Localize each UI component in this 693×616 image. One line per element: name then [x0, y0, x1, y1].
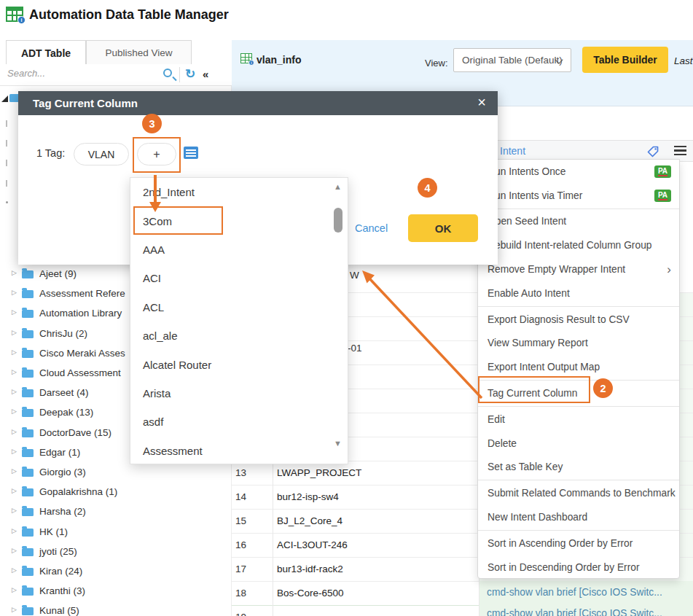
search-input[interactable] [7, 68, 153, 79]
menu-item-label: Submit Related Commands to Benchmark [488, 488, 676, 499]
menu-item-remove-empty-wrapper-intent[interactable]: Remove Empty Wrapper Intent › [478, 257, 679, 281]
tree-fragment [6, 140, 7, 147]
sidebar-item-gopalakrishna[interactable]: ▷Gopalakrishna (1) [0, 485, 232, 501]
menu-item-rebuild-column-group[interactable]: Rebuild Intent-related Column Group [478, 233, 679, 257]
caret-icon[interactable]: ▷ [12, 547, 17, 554]
dropdown-item-acl-ale[interactable]: acl_ale [130, 321, 348, 350]
intent-link-cell[interactable]: cmd-show vlan brief [Cisco IOS Switc... [479, 605, 693, 616]
tag-list-icon[interactable] [184, 147, 198, 159]
dropdown-item-assessment[interactable]: Assessment [130, 437, 348, 465]
menu-separator [478, 306, 679, 307]
tag-icon[interactable] [646, 145, 659, 158]
table-cell-device[interactable]: LWAPP_PROJECT [277, 467, 361, 478]
dropdown-item-acl[interactable]: ACL [130, 293, 348, 321]
table-cell-device[interactable]: bur12-isp-sw4 [277, 491, 339, 502]
scroll-down-icon[interactable]: ▼ [334, 439, 342, 448]
menu-item-open-seed-intent[interactable]: Open Seed Intent [478, 210, 679, 234]
dropdown-item-2nd-intent[interactable]: 2nd_Intent [130, 178, 348, 206]
table-builder-button[interactable]: Table Builder [582, 47, 668, 73]
menu-item-submit-related-commands[interactable]: Submit Related Commands to Benchmark [478, 481, 679, 505]
tab-adt-table[interactable]: ADT Table [6, 40, 86, 65]
sidebar-item-harsha[interactable]: ▷Harsha (2) [0, 504, 232, 521]
annotation-box-add-button [133, 137, 181, 173]
caret-icon[interactable]: ▷ [12, 408, 17, 415]
table-name: vlan_info [257, 54, 301, 66]
clipped-cell-text: W [350, 270, 359, 281]
sidebar-item-kranthi[interactable]: ▷Kranthi (3) [0, 584, 232, 600]
search-icon[interactable] [163, 69, 172, 77]
tab-published-view[interactable]: Published View [86, 40, 192, 65]
caret-icon[interactable]: ▷ [12, 566, 17, 574]
caret-icon[interactable]: ▷ [12, 527, 17, 534]
table-cell-device[interactable]: Bos-Core-6500 [277, 588, 344, 599]
sidebar-item-kiran[interactable]: ▷Kiran (24) [0, 564, 232, 580]
ok-button[interactable]: OK [408, 214, 478, 242]
caret-icon[interactable]: ▷ [12, 487, 17, 494]
sidebar-item-label: Kunal (5) [39, 605, 79, 616]
folder-icon [22, 529, 34, 537]
dropdown-item-asdf[interactable]: asdf [130, 408, 348, 436]
dialog-header[interactable]: Tag Current Column × [18, 91, 498, 115]
sidebar-item-label: Harsha (2) [39, 506, 86, 517]
caret-icon[interactable]: ▷ [12, 269, 17, 276]
dialog-title: Tag Current Column [33, 97, 138, 109]
cancel-button[interactable]: Cancel [355, 222, 388, 234]
caret-icon[interactable]: ▷ [12, 428, 17, 435]
collapse-sidebar-icon[interactable]: « [203, 68, 208, 80]
view-label: View: [425, 58, 448, 69]
view-select[interactable]: Original Table (Default) [453, 48, 571, 72]
column-context-menu: Run Intents Once PA Run Intents via Time… [477, 159, 680, 579]
table-cell-device[interactable]: ACI-L3OUT-246 [277, 539, 348, 550]
menu-item-edit[interactable]: Edit [478, 408, 679, 432]
menu-item-sort-descending-error[interactable]: Sort in Descending Order by Error [478, 555, 679, 579]
menu-item-set-as-table-key[interactable]: Set as Table Key [478, 456, 679, 480]
menu-item-run-intents-once[interactable]: Run Intents Once PA [478, 160, 679, 184]
caret-icon[interactable]: ▷ [12, 308, 17, 316]
dropdown-item-arista[interactable]: Arista [130, 379, 348, 408]
folder-icon [22, 350, 34, 358]
menu-item-sort-ascending-error[interactable]: Sort in Ascending Order by Error [478, 531, 679, 555]
caret-icon[interactable]: ▷ [12, 368, 17, 375]
sidebar-item-hk[interactable]: ▷HK (1) [0, 525, 232, 541]
divider [179, 67, 180, 82]
sidebar-item-label: Assessment Refere [39, 288, 125, 299]
menu-item-view-summary-report[interactable]: View Summary Report [478, 332, 679, 356]
menu-item-delete[interactable]: Delete [478, 432, 679, 456]
sidebar-item-kunal[interactable]: ▷Kunal (5) [0, 604, 232, 616]
scroll-up-icon[interactable]: ▲ [334, 182, 342, 191]
menu-item-enable-auto-intent[interactable]: Enable Auto Intent [478, 281, 679, 305]
row-number: 16 [235, 539, 246, 550]
caret-icon[interactable]: ▷ [12, 289, 17, 296]
table-cell-device[interactable]: bur13-idf-rack2 [277, 564, 343, 574]
hamburger-menu-icon[interactable] [674, 146, 686, 157]
row-number: 14 [235, 491, 246, 502]
dropdown-item-aaa[interactable]: AAA [130, 235, 348, 264]
caret-icon[interactable]: ▷ [12, 348, 17, 356]
intent-link[interactable]: cmd-show vlan brief [Cisco IOS Switc... [487, 587, 662, 598]
menu-item-new-intent-dashboard[interactable]: New Intent Dashboard [478, 505, 679, 529]
caret-icon[interactable]: ▷ [12, 507, 17, 514]
caret-icon[interactable]: ▷ [12, 586, 17, 593]
scrollbar-thumb[interactable] [334, 208, 342, 233]
table-cell-device[interactable]: BJ_L2_Core_4 [277, 515, 342, 526]
column-header-intent[interactable]: Intent [500, 145, 525, 157]
sidebar-item-label: Cisco Meraki Asses [39, 348, 125, 359]
dropdown-item-aci[interactable]: ACI [130, 264, 348, 292]
intent-link[interactable]: cmd-show vlan brief [Cisco IOS Switc... [487, 608, 662, 616]
tag-chip-vlan[interactable]: VLAN [74, 143, 129, 165]
refresh-icon[interactable]: ↻ [185, 66, 195, 82]
menu-item-export-diagnosis-csv[interactable]: Export Diagnosis Result to CSV [478, 308, 679, 332]
close-icon[interactable]: × [477, 94, 486, 111]
caret-icon[interactable]: ▷ [12, 329, 17, 336]
caret-icon[interactable]: ▷ [12, 606, 17, 613]
dropdown-item-alcatel-router[interactable]: Alcatel Router [130, 350, 348, 378]
intent-link-cell[interactable]: cmd-show vlan brief [Cisco IOS Switc... [479, 581, 693, 605]
sidebar-item-jyoti[interactable]: ▷jyoti (25) [0, 545, 232, 561]
caret-icon[interactable]: ▷ [12, 467, 17, 475]
menu-item-label: New Intent Dashboard [488, 512, 587, 523]
caret-icon[interactable]: ▷ [12, 448, 17, 455]
menu-item-run-intents-via-timer[interactable]: Run Intents via Timer PA [478, 184, 679, 208]
row-number: 18 [235, 588, 246, 599]
sidebar-item-giorgio[interactable]: ▷Giorgio (3) [0, 465, 232, 481]
caret-icon[interactable]: ▷ [12, 388, 17, 395]
